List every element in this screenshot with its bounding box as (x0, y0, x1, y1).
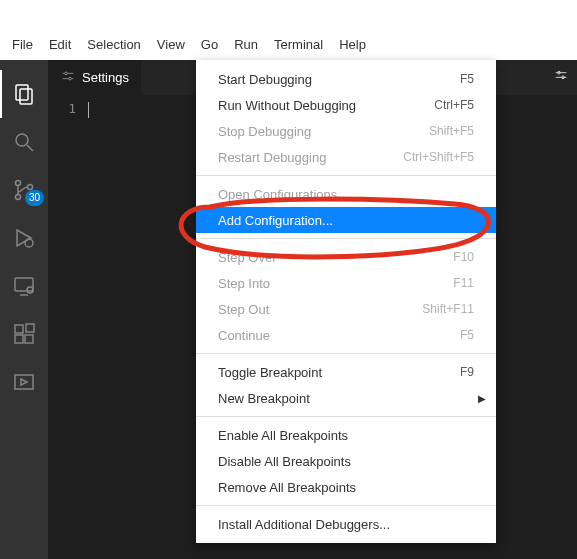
label: Install Additional Debuggers... (218, 517, 390, 532)
svg-rect-13 (15, 335, 23, 343)
menu-view[interactable]: View (149, 34, 193, 56)
split-editor-icon[interactable] (553, 68, 569, 87)
menu-separator (196, 353, 496, 354)
menu-open-configurations: Open Configurations (196, 181, 496, 207)
shortcut: F11 (453, 276, 474, 290)
svg-line-3 (27, 145, 33, 151)
label: Restart Debugging (218, 150, 326, 165)
menu-selection[interactable]: Selection (79, 34, 148, 56)
menu-new-breakpoint[interactable]: New Breakpoint ▶ (196, 385, 496, 411)
svg-point-6 (28, 185, 33, 190)
menu-separator (196, 505, 496, 506)
label: Open Configurations (218, 187, 337, 202)
svg-marker-17 (21, 379, 27, 385)
label: Run Without Debugging (218, 98, 356, 113)
menu-disable-all-breakpoints[interactable]: Disable All Breakpoints (196, 448, 496, 474)
chevron-right-icon: ▶ (478, 393, 486, 404)
svg-point-11 (27, 287, 33, 293)
svg-point-2 (16, 134, 28, 146)
svg-point-5 (16, 195, 21, 200)
tab-label: Settings (82, 70, 129, 85)
menu-restart-debugging: Restart Debugging Ctrl+Shift+F5 (196, 144, 496, 170)
label: Continue (218, 328, 270, 343)
svg-rect-12 (15, 325, 23, 333)
explorer-icon[interactable] (0, 70, 48, 118)
label: Add Configuration... (218, 213, 333, 228)
svg-viewer-icon[interactable] (0, 358, 48, 406)
svg-point-4 (16, 181, 21, 186)
svg-rect-14 (25, 335, 33, 343)
menubar: File Edit Selection View Go Run Terminal… (0, 30, 577, 60)
shortcut: F5 (460, 72, 474, 86)
svg-point-20 (65, 72, 68, 75)
menu-separator (196, 238, 496, 239)
svg-point-8 (25, 239, 33, 247)
titlebar-spacer (0, 0, 577, 30)
shortcut: Ctrl+F5 (434, 98, 474, 112)
menu-run-without-debugging[interactable]: Run Without Debugging Ctrl+F5 (196, 92, 496, 118)
shortcut: F10 (453, 250, 474, 264)
menu-start-debugging[interactable]: Start Debugging F5 (196, 66, 496, 92)
shortcut: F5 (460, 328, 474, 342)
svg-point-21 (69, 77, 72, 80)
shortcut: Shift+F11 (422, 302, 474, 316)
label: Step Over (218, 250, 277, 265)
search-icon[interactable] (0, 118, 48, 166)
menu-separator (196, 175, 496, 176)
menu-enable-all-breakpoints[interactable]: Enable All Breakpoints (196, 422, 496, 448)
remote-explorer-icon[interactable] (0, 262, 48, 310)
menu-add-configuration[interactable]: Add Configuration... (196, 207, 496, 233)
shortcut: Shift+F5 (429, 124, 474, 138)
run-debug-icon[interactable] (0, 214, 48, 262)
menu-edit[interactable]: Edit (41, 34, 79, 56)
tab-settings[interactable]: Settings (48, 60, 141, 95)
svg-rect-16 (15, 375, 33, 389)
source-control-badge: 30 (25, 190, 44, 206)
shortcut: Ctrl+Shift+F5 (403, 150, 474, 164)
shortcut: F9 (460, 365, 474, 379)
svg-rect-9 (15, 278, 33, 291)
svg-rect-1 (20, 89, 32, 104)
menu-run[interactable]: Run (226, 34, 266, 56)
label: New Breakpoint (218, 391, 310, 406)
label: Start Debugging (218, 72, 312, 87)
menu-file[interactable]: File (4, 34, 41, 56)
menu-remove-all-breakpoints[interactable]: Remove All Breakpoints (196, 474, 496, 500)
menu-toggle-breakpoint[interactable]: Toggle Breakpoint F9 (196, 359, 496, 385)
menu-help[interactable]: Help (331, 34, 374, 56)
label: Step Out (218, 302, 269, 317)
tab-actions (553, 60, 577, 95)
run-menu-dropdown: Start Debugging F5 Run Without Debugging… (196, 60, 496, 543)
label: Disable All Breakpoints (218, 454, 351, 469)
svg-rect-15 (26, 324, 34, 332)
menu-step-over: Step Over F10 (196, 244, 496, 270)
label: Step Into (218, 276, 270, 291)
settings-tab-icon (60, 68, 76, 87)
svg-rect-0 (16, 85, 28, 100)
menu-terminal[interactable]: Terminal (266, 34, 331, 56)
activity-bar: 30 (0, 60, 48, 559)
label: Stop Debugging (218, 124, 311, 139)
menu-continue: Continue F5 (196, 322, 496, 348)
menu-stop-debugging: Stop Debugging Shift+F5 (196, 118, 496, 144)
text-cursor (88, 102, 89, 118)
extensions-icon[interactable] (0, 310, 48, 358)
svg-marker-7 (17, 230, 31, 246)
label: Enable All Breakpoints (218, 428, 348, 443)
menu-go[interactable]: Go (193, 34, 226, 56)
line-number: 1 (48, 101, 76, 116)
menu-install-additional-debuggers[interactable]: Install Additional Debuggers... (196, 511, 496, 537)
label: Remove All Breakpoints (218, 480, 356, 495)
menu-step-out: Step Out Shift+F11 (196, 296, 496, 322)
label: Toggle Breakpoint (218, 365, 322, 380)
source-control-icon[interactable]: 30 (0, 166, 48, 214)
line-gutter: 1 (48, 95, 88, 559)
menu-step-into: Step Into F11 (196, 270, 496, 296)
menu-separator (196, 416, 496, 417)
